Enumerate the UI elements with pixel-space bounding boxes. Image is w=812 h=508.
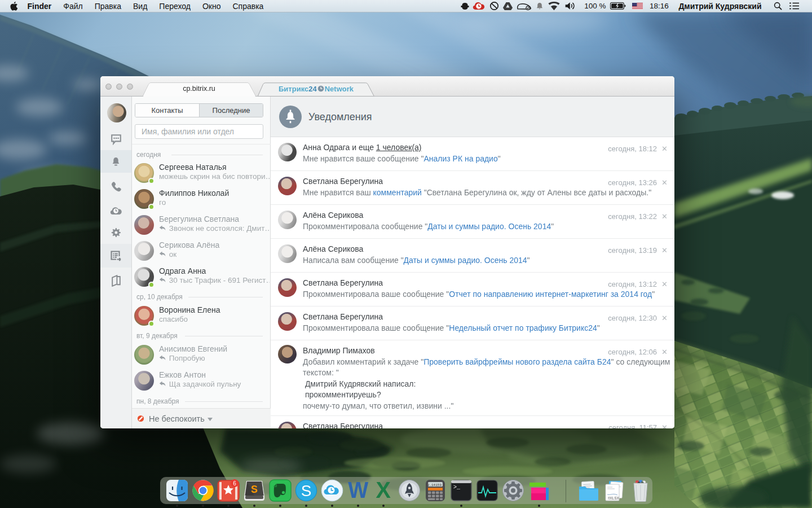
svg-text:>_: >_	[453, 484, 461, 491]
svg-text:S: S	[301, 482, 312, 500]
svg-text:S: S	[251, 484, 258, 495]
svg-text:6: 6	[233, 480, 236, 487]
svg-text:X: X	[376, 479, 391, 502]
svg-text:‼XLSX: ‼XLSX	[608, 496, 620, 500]
svg-text:W: W	[348, 479, 368, 502]
svg-text:3.14159: 3.14159	[427, 483, 442, 487]
